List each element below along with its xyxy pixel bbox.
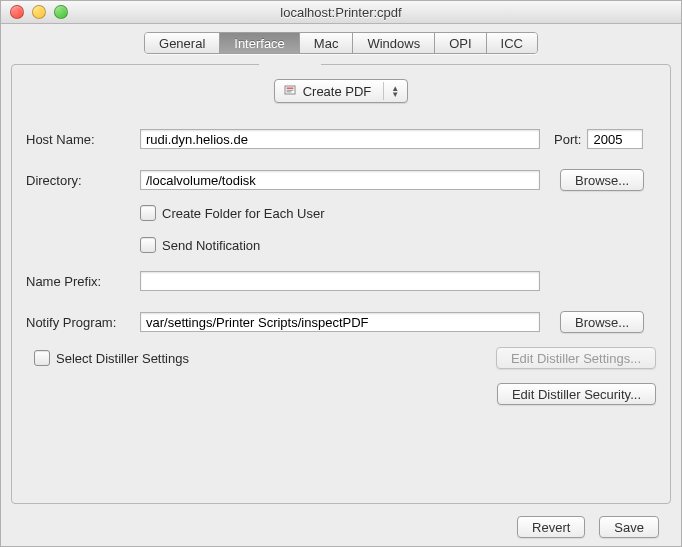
row-host: Host Name: Port: (26, 129, 656, 149)
checkbox-send-notification[interactable]: Send Notification (140, 237, 260, 253)
name-prefix-field[interactable] (140, 271, 540, 291)
label-host-name: Host Name: (26, 132, 140, 147)
browse-directory-button[interactable]: Browse... (560, 169, 644, 191)
checkbox-box-icon (34, 350, 50, 366)
mode-popup-label: Create PDF (303, 84, 372, 99)
tab-mac[interactable]: Mac (300, 33, 354, 53)
svg-rect-1 (286, 88, 293, 89)
tab-windows[interactable]: Windows (353, 33, 435, 53)
checkbox-create-folder-label: Create Folder for Each User (162, 206, 325, 221)
content-frame: Create PDF ▲▼ Host Name: Port: Directory… (11, 64, 671, 504)
svg-rect-2 (286, 90, 293, 91)
tab-opi[interactable]: OPI (435, 33, 486, 53)
window: localhost:Printer:cpdf General Interface… (0, 0, 682, 547)
chevron-updown-icon: ▲▼ (383, 82, 401, 100)
label-name-prefix: Name Prefix: (26, 274, 140, 289)
row-directory: Directory: Browse... (26, 169, 656, 191)
row-create-folder: Create Folder for Each User (26, 205, 656, 221)
row-send-notification: Send Notification (26, 237, 656, 253)
tab-icc[interactable]: ICC (487, 33, 537, 53)
tab-interface[interactable]: Interface (220, 33, 300, 53)
row-distiller: Select Distiller Settings Edit Distiller… (26, 347, 656, 369)
directory-field[interactable] (140, 170, 540, 190)
svg-rect-3 (286, 91, 291, 92)
checkbox-create-folder[interactable]: Create Folder for Each User (140, 205, 325, 221)
tab-general[interactable]: General (145, 33, 220, 53)
port-field[interactable] (587, 129, 643, 149)
row-distiller-security: Edit Distiller Security... (26, 383, 656, 405)
revert-button[interactable]: Revert (517, 516, 585, 538)
label-port: Port: (554, 132, 581, 147)
titlebar: localhost:Printer:cpdf (1, 1, 681, 24)
tab-bar: General Interface Mac Windows OPI ICC (144, 32, 538, 54)
printer-icon (283, 84, 297, 98)
mode-popup[interactable]: Create PDF ▲▼ (274, 79, 409, 103)
row-name-prefix: Name Prefix: (26, 271, 656, 291)
label-directory: Directory: (26, 173, 140, 188)
checkbox-box-icon (140, 237, 156, 253)
window-title: localhost:Printer:cpdf (280, 5, 401, 20)
browse-notify-button[interactable]: Browse... (560, 311, 644, 333)
tabs-row: General Interface Mac Windows OPI ICC (1, 24, 681, 54)
save-button[interactable]: Save (599, 516, 659, 538)
host-name-field[interactable] (140, 129, 540, 149)
close-icon[interactable] (10, 5, 24, 19)
notify-program-field[interactable] (140, 312, 540, 332)
edit-distiller-settings-button: Edit Distiller Settings... (496, 347, 656, 369)
checkbox-select-distiller[interactable]: Select Distiller Settings (34, 350, 189, 366)
checkbox-send-notification-label: Send Notification (162, 238, 260, 253)
checkbox-box-icon (140, 205, 156, 221)
checkbox-select-distiller-label: Select Distiller Settings (56, 351, 189, 366)
row-notify-program: Notify Program: Browse... (26, 311, 656, 333)
edit-distiller-security-button[interactable]: Edit Distiller Security... (497, 383, 656, 405)
minimize-icon[interactable] (32, 5, 46, 19)
label-notify-program: Notify Program: (26, 315, 140, 330)
zoom-icon[interactable] (54, 5, 68, 19)
footer: Revert Save (1, 504, 681, 538)
tab-notch (259, 64, 321, 66)
traffic-lights (10, 5, 68, 19)
mode-row: Create PDF ▲▼ (26, 79, 656, 103)
